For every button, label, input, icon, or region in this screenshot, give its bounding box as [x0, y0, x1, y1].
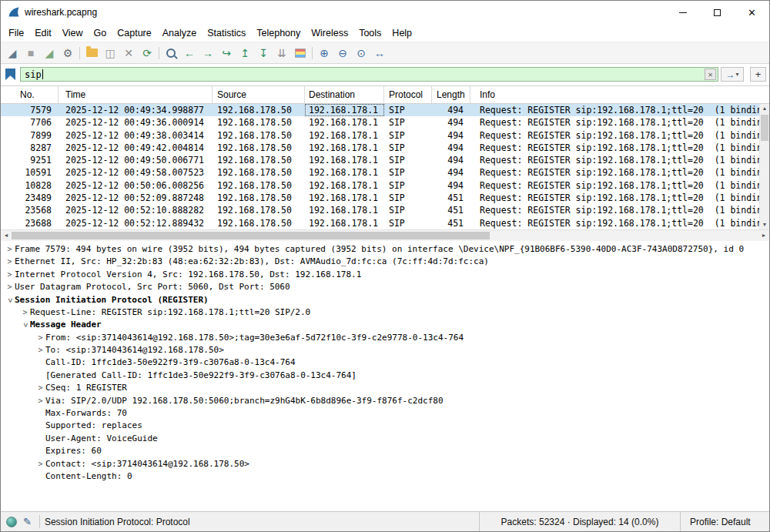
packet-list-vscrollbar[interactable]: ▲ ▼	[759, 104, 769, 229]
scroll-right-icon[interactable]: ►	[758, 230, 769, 241]
reload-file-icon[interactable]: ⟳	[138, 44, 156, 62]
detail-line[interactable]: [Generated Call-ID: 1ffc1de3-50e922f9-3f…	[1, 370, 769, 382]
packet-row[interactable]: 10591 2025-12-12 00:49:58.007523 192.168…	[1, 166, 759, 179]
menu-item[interactable]: File	[3, 25, 29, 41]
expand-arrow-icon[interactable]	[20, 306, 30, 319]
column-header-source[interactable]: Source	[213, 86, 305, 103]
detail-line[interactable]: Contact: <sip:3714043614@192.168.178.50>	[1, 458, 769, 470]
detail-line[interactable]: Session Initiation Protocol (REGISTER)	[1, 294, 769, 306]
go-last-icon[interactable]: ↧	[254, 44, 273, 62]
colorize-icon[interactable]	[291, 44, 310, 62]
scroll-left-icon[interactable]: ◄	[1, 230, 12, 241]
expand-arrow-icon[interactable]	[5, 281, 15, 293]
find-packet-icon[interactable]	[162, 44, 180, 62]
packet-row[interactable]: 7706 2025-12-12 00:49:36.000914 192.168.…	[1, 116, 759, 129]
filter-field[interactable]: sip ✕	[20, 67, 718, 82]
packet-row[interactable]: 23688 2025-12-12 00:52:12.889432 192.168…	[1, 217, 759, 229]
menu-item[interactable]: View	[57, 25, 89, 41]
column-header-length[interactable]: Length	[432, 86, 470, 103]
profile-info[interactable]: Profile: Default	[680, 512, 769, 531]
expand-arrow-icon[interactable]	[35, 395, 45, 407]
hscrollbar-thumb[interactable]	[12, 232, 490, 239]
detail-line[interactable]: Call-ID: 1ffc1de3-50e922f9-3f9-c3076a8-0…	[1, 356, 769, 369]
filter-apply-button[interactable]: → ▾	[721, 67, 744, 82]
packet-row[interactable]: 8287 2025-12-12 00:49:42.004814 192.168.…	[1, 142, 759, 154]
vscrollbar-thumb[interactable]	[761, 115, 768, 141]
menu-item[interactable]: Help	[387, 25, 417, 41]
expand-arrow-icon[interactable]	[18, 320, 31, 330]
packet-row[interactable]: 7899 2025-12-12 00:49:38.003414 192.168.…	[1, 129, 759, 142]
column-header-no[interactable]: No.	[1, 86, 59, 103]
expand-arrow-icon[interactable]	[35, 458, 45, 470]
filter-input[interactable]: sip	[25, 69, 42, 80]
detail-line[interactable]: Max-Forwards: 70	[1, 407, 769, 420]
expand-arrow-icon[interactable]	[5, 256, 15, 268]
expand-arrow-icon[interactable]	[3, 295, 15, 305]
maximize-button[interactable]	[700, 1, 735, 24]
stop-capture-icon[interactable]: ■	[22, 44, 40, 62]
column-header-info[interactable]: Info	[470, 86, 769, 103]
expand-arrow-icon[interactable]	[35, 344, 45, 356]
go-first-icon[interactable]: ↥	[236, 44, 254, 62]
scroll-up-icon[interactable]: ▲	[762, 104, 768, 113]
menu-item[interactable]: Analyze	[157, 25, 202, 41]
menu-item[interactable]: Capture	[112, 25, 156, 41]
packet-row[interactable]: 10828 2025-12-12 00:50:06.008256 192.168…	[1, 179, 759, 192]
column-header-protocol[interactable]: Protocol	[384, 86, 432, 103]
detail-line[interactable]: Supported: replaces	[1, 420, 769, 432]
detail-line[interactable]: Frame 7579: 494 bytes on wire (3952 bits…	[1, 243, 769, 256]
zoom-original-icon[interactable]: ⊙	[352, 44, 370, 62]
start-capture-icon[interactable]: ◢	[3, 44, 22, 62]
column-header-destination[interactable]: Destination	[305, 86, 384, 103]
close-button[interactable]: ✕	[735, 1, 769, 24]
packet-row[interactable]: 23568 2025-12-12 00:52:10.888282 192.168…	[1, 204, 759, 216]
detail-line[interactable]: Message Header	[1, 319, 769, 331]
scroll-down-icon[interactable]: ▼	[762, 220, 768, 229]
save-file-icon[interactable]: ◫	[101, 44, 119, 62]
detail-line[interactable]: User Datagram Protocol, Src Port: 5060, …	[1, 281, 769, 293]
capture-options-icon[interactable]: ⚙	[59, 44, 77, 62]
packet-list-hscrollbar[interactable]: ◄ ►	[1, 229, 769, 241]
menu-item[interactable]: Telephony	[251, 25, 306, 41]
open-file-icon[interactable]	[82, 44, 101, 62]
expert-info-icon[interactable]	[6, 517, 17, 527]
detail-line[interactable]: To: <sip:3714043614@192.168.178.50>	[1, 344, 769, 356]
expand-arrow-icon[interactable]	[5, 243, 15, 256]
detail-line[interactable]: CSeq: 1 REGISTER	[1, 382, 769, 394]
auto-scroll-icon[interactable]: ⇊	[273, 44, 291, 62]
packet-row[interactable]: 23489 2025-12-12 00:52:09.887248 192.168…	[1, 192, 759, 204]
go-forward-icon[interactable]: →	[199, 44, 217, 62]
capture-comment-icon[interactable]: ✎	[23, 516, 32, 527]
restart-capture-icon[interactable]: ◢	[40, 44, 59, 62]
detail-line[interactable]: User-Agent: VoiceGuide	[1, 433, 769, 445]
detail-line[interactable]: Content-Length: 0	[1, 470, 769, 483]
packet-row[interactable]: 9251 2025-12-12 00:49:50.006771 192.168.…	[1, 154, 759, 166]
menu-item[interactable]: Edit	[29, 25, 57, 41]
menu-item[interactable]: Statistics	[202, 25, 251, 41]
hscrollbar-track[interactable]	[12, 230, 758, 241]
go-to-packet-icon[interactable]: ↪	[217, 44, 236, 62]
filter-bookmark-icon[interactable]	[5, 69, 15, 80]
zoom-out-icon[interactable]: ⊖	[333, 44, 352, 62]
detail-line[interactable]: Internet Protocol Version 4, Src: 192.16…	[1, 269, 769, 281]
close-file-icon[interactable]: ✕	[119, 44, 138, 62]
filter-clear-icon[interactable]: ✕	[705, 69, 716, 80]
expand-arrow-icon[interactable]	[35, 332, 45, 344]
expand-arrow-icon[interactable]	[35, 382, 45, 394]
detail-line[interactable]: Request-Line: REGISTER sip:192.168.178.1…	[1, 306, 769, 319]
filter-add-button[interactable]: +	[750, 67, 766, 82]
column-header-time[interactable]: Time	[59, 86, 213, 103]
filter-dropdown-icon[interactable]: ▾	[735, 71, 738, 78]
menu-item[interactable]: Tools	[353, 25, 387, 41]
expand-arrow-icon[interactable]	[5, 269, 15, 281]
detail-line[interactable]: Via: SIP/2.0/UDP 192.168.178.50:5060;bra…	[1, 395, 769, 407]
menu-item[interactable]: Go	[89, 25, 112, 41]
detail-line[interactable]: Expires: 60	[1, 445, 769, 457]
go-back-icon[interactable]: ←	[180, 44, 199, 62]
packet-row[interactable]: 7579 2025-12-12 00:49:34.998877 192.168.…	[1, 104, 759, 116]
detail-line[interactable]: From: <sip:3714043614@192.168.178.50>;ta…	[1, 332, 769, 344]
minimize-button[interactable]	[665, 1, 700, 24]
resize-columns-icon[interactable]: ↔	[370, 44, 389, 62]
zoom-in-icon[interactable]: ⊕	[315, 44, 333, 62]
detail-line[interactable]: Ethernet II, Src: HP_32:2b:83 (48:ea:62:…	[1, 256, 769, 268]
